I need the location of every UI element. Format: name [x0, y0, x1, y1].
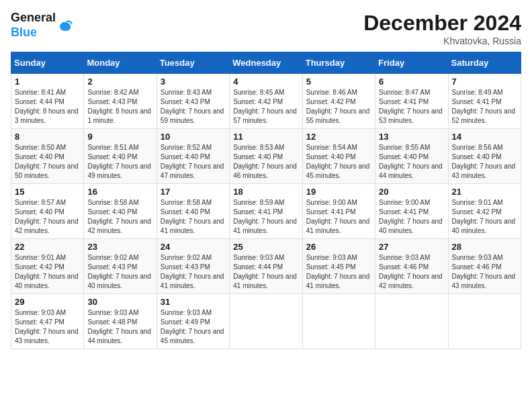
day-number: 5	[306, 77, 371, 87]
week-row-3: 15 Sunrise: 8:57 AM Sunset: 4:40 PM Dayl…	[11, 184, 521, 239]
day-info: Sunrise: 8:46 AM Sunset: 4:42 PM Dayligh…	[306, 88, 371, 126]
week-row-4: 22 Sunrise: 9:01 AM Sunset: 4:42 PM Dayl…	[11, 239, 521, 294]
day-info: Sunrise: 9:03 AM Sunset: 4:46 PM Dayligh…	[452, 253, 517, 291]
day-number: 29	[15, 297, 80, 307]
day-number: 12	[306, 132, 371, 142]
week-row-1: 1 Sunrise: 8:41 AM Sunset: 4:44 PM Dayli…	[11, 74, 521, 129]
day-cell-10: 10 Sunrise: 8:52 AM Sunset: 4:40 PM Dayl…	[157, 129, 229, 184]
day-number: 17	[161, 187, 226, 197]
day-info: Sunrise: 9:03 AM Sunset: 4:47 PM Dayligh…	[15, 308, 80, 346]
day-cell-26: 26 Sunrise: 9:03 AM Sunset: 4:45 PM Dayl…	[302, 239, 375, 294]
day-cell-16: 16 Sunrise: 8:58 AM Sunset: 4:40 PM Dayl…	[84, 184, 157, 239]
day-cell-8: 8 Sunrise: 8:50 AM Sunset: 4:40 PM Dayli…	[11, 129, 84, 184]
day-cell-21: 21 Sunrise: 9:01 AM Sunset: 4:42 PM Dayl…	[448, 184, 521, 239]
day-info: Sunrise: 8:45 AM Sunset: 4:42 PM Dayligh…	[233, 88, 298, 126]
day-cell-14: 14 Sunrise: 8:56 AM Sunset: 4:40 PM Dayl…	[448, 129, 521, 184]
day-number: 21	[452, 187, 517, 197]
day-number: 9	[87, 132, 152, 142]
day-info: Sunrise: 8:59 AM Sunset: 4:41 PM Dayligh…	[233, 198, 298, 236]
day-cell-13: 13 Sunrise: 8:55 AM Sunset: 4:40 PM Dayl…	[375, 129, 448, 184]
title-area: December 2024 Khvatovka, Russia	[363, 11, 521, 46]
day-number: 11	[233, 132, 298, 142]
day-info: Sunrise: 8:57 AM Sunset: 4:40 PM Dayligh…	[15, 198, 80, 236]
day-cell-17: 17 Sunrise: 8:58 AM Sunset: 4:40 PM Dayl…	[157, 184, 229, 239]
day-number: 4	[233, 77, 298, 87]
day-info: Sunrise: 8:53 AM Sunset: 4:40 PM Dayligh…	[233, 143, 298, 181]
logo-general: General	[11, 11, 56, 24]
day-info: Sunrise: 8:56 AM Sunset: 4:40 PM Dayligh…	[452, 143, 517, 181]
day-number: 28	[452, 242, 517, 252]
day-cell-4: 4 Sunrise: 8:45 AM Sunset: 4:42 PM Dayli…	[230, 74, 302, 129]
day-cell-24: 24 Sunrise: 9:02 AM Sunset: 4:43 PM Dayl…	[157, 239, 229, 294]
header: General Blue December 2024 Khvatovka, Ru…	[11, 11, 521, 46]
week-row-5: 29 Sunrise: 9:03 AM Sunset: 4:47 PM Dayl…	[11, 294, 521, 349]
day-number: 16	[87, 187, 152, 197]
day-number: 18	[233, 187, 298, 197]
week-row-2: 8 Sunrise: 8:50 AM Sunset: 4:40 PM Dayli…	[11, 129, 521, 184]
col-header-friday: Friday	[375, 52, 448, 74]
logo-icon	[57, 17, 73, 34]
day-number: 22	[15, 242, 80, 252]
day-cell-31: 31 Sunrise: 9:03 AM Sunset: 4:49 PM Dayl…	[157, 294, 229, 349]
col-header-monday: Monday	[84, 52, 157, 74]
calendar-header-row: SundayMondayTuesdayWednesdayThursdayFrid…	[11, 52, 521, 74]
day-info: Sunrise: 9:00 AM Sunset: 4:41 PM Dayligh…	[379, 198, 444, 236]
empty-cell	[302, 294, 375, 349]
day-cell-2: 2 Sunrise: 8:42 AM Sunset: 4:43 PM Dayli…	[84, 74, 157, 129]
day-info: Sunrise: 8:42 AM Sunset: 4:43 PM Dayligh…	[87, 88, 152, 126]
empty-cell	[230, 294, 302, 349]
day-number: 15	[15, 187, 80, 197]
day-cell-20: 20 Sunrise: 9:00 AM Sunset: 4:41 PM Dayl…	[375, 184, 448, 239]
col-header-saturday: Saturday	[448, 52, 521, 74]
day-cell-23: 23 Sunrise: 9:02 AM Sunset: 4:43 PM Dayl…	[84, 239, 157, 294]
day-info: Sunrise: 9:03 AM Sunset: 4:45 PM Dayligh…	[306, 253, 371, 291]
day-info: Sunrise: 8:50 AM Sunset: 4:40 PM Dayligh…	[15, 143, 80, 181]
empty-cell	[448, 294, 521, 349]
day-cell-11: 11 Sunrise: 8:53 AM Sunset: 4:40 PM Dayl…	[230, 129, 302, 184]
day-info: Sunrise: 8:51 AM Sunset: 4:40 PM Dayligh…	[87, 143, 152, 181]
day-info: Sunrise: 9:03 AM Sunset: 4:46 PM Dayligh…	[379, 253, 444, 291]
day-number: 23	[87, 242, 152, 252]
day-cell-28: 28 Sunrise: 9:03 AM Sunset: 4:46 PM Dayl…	[448, 239, 521, 294]
day-number: 30	[87, 297, 152, 307]
calendar: SundayMondayTuesdayWednesdayThursdayFrid…	[11, 52, 521, 349]
day-info: Sunrise: 8:49 AM Sunset: 4:41 PM Dayligh…	[452, 88, 517, 126]
day-number: 19	[306, 187, 371, 197]
day-info: Sunrise: 9:03 AM Sunset: 4:44 PM Dayligh…	[233, 253, 298, 291]
day-info: Sunrise: 8:55 AM Sunset: 4:40 PM Dayligh…	[379, 143, 444, 181]
day-cell-27: 27 Sunrise: 9:03 AM Sunset: 4:46 PM Dayl…	[375, 239, 448, 294]
day-info: Sunrise: 9:00 AM Sunset: 4:41 PM Dayligh…	[306, 198, 371, 236]
day-number: 27	[379, 242, 444, 252]
day-cell-3: 3 Sunrise: 8:43 AM Sunset: 4:43 PM Dayli…	[157, 74, 229, 129]
day-number: 25	[233, 242, 298, 252]
col-header-sunday: Sunday	[11, 52, 84, 74]
day-info: Sunrise: 9:01 AM Sunset: 4:42 PM Dayligh…	[452, 198, 517, 236]
day-cell-12: 12 Sunrise: 8:54 AM Sunset: 4:40 PM Dayl…	[302, 129, 375, 184]
day-number: 2	[87, 77, 152, 87]
day-number: 13	[379, 132, 444, 142]
day-info: Sunrise: 8:41 AM Sunset: 4:44 PM Dayligh…	[15, 88, 80, 126]
day-info: Sunrise: 8:58 AM Sunset: 4:40 PM Dayligh…	[161, 198, 226, 236]
day-number: 26	[306, 242, 371, 252]
day-cell-9: 9 Sunrise: 8:51 AM Sunset: 4:40 PM Dayli…	[84, 129, 157, 184]
day-number: 31	[161, 297, 226, 307]
day-cell-6: 6 Sunrise: 8:47 AM Sunset: 4:41 PM Dayli…	[375, 74, 448, 129]
empty-cell	[375, 294, 448, 349]
day-number: 3	[161, 77, 226, 87]
day-info: Sunrise: 9:01 AM Sunset: 4:42 PM Dayligh…	[15, 253, 80, 291]
day-info: Sunrise: 8:43 AM Sunset: 4:43 PM Dayligh…	[161, 88, 226, 126]
day-number: 7	[452, 77, 517, 87]
logo-blue: Blue	[11, 26, 37, 39]
day-info: Sunrise: 9:02 AM Sunset: 4:43 PM Dayligh…	[87, 253, 152, 291]
day-info: Sunrise: 9:02 AM Sunset: 4:43 PM Dayligh…	[161, 253, 226, 291]
day-info: Sunrise: 8:52 AM Sunset: 4:40 PM Dayligh…	[161, 143, 226, 181]
location: Khvatovka, Russia	[363, 36, 521, 46]
col-header-tuesday: Tuesday	[157, 52, 229, 74]
logo: General Blue	[11, 11, 73, 40]
col-header-thursday: Thursday	[302, 52, 375, 74]
day-cell-18: 18 Sunrise: 8:59 AM Sunset: 4:41 PM Dayl…	[230, 184, 302, 239]
day-cell-30: 30 Sunrise: 9:03 AM Sunset: 4:48 PM Dayl…	[84, 294, 157, 349]
day-cell-29: 29 Sunrise: 9:03 AM Sunset: 4:47 PM Dayl…	[11, 294, 84, 349]
day-number: 24	[161, 242, 226, 252]
day-number: 6	[379, 77, 444, 87]
